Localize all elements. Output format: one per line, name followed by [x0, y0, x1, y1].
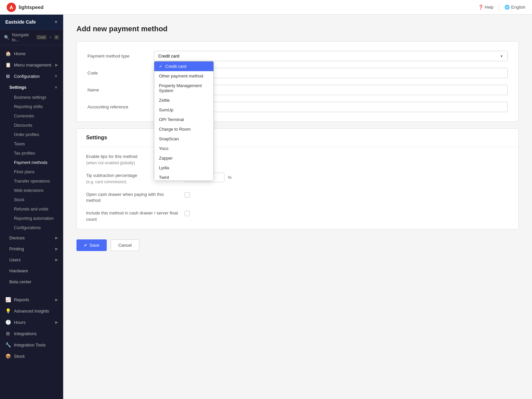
sidebar-item-integration-tools[interactable]: 🔧 Integration Tools — [0, 339, 63, 350]
search-icon: 🔍 — [4, 35, 9, 40]
sidebar-sub-currencies[interactable]: Currencies — [0, 111, 63, 121]
sidebar-item-menu-management[interactable]: 📋 Menu management ▶ — [0, 59, 63, 70]
settings-row-tip-subtraction: Tip subtraction percentage (e.g. card co… — [86, 173, 509, 185]
navigate-search[interactable]: 🔍 Navigate to... Cmd + K — [0, 30, 63, 45]
payment-type-dropdown[interactable]: Credit card ▼ — [154, 51, 508, 61]
sidebar-item-reports[interactable]: 📈 Reports ▶ — [0, 294, 63, 305]
settings-label-cash-drawer: Open cash drawer when paying with this m… — [86, 192, 179, 203]
kbd-key: K — [54, 35, 59, 40]
dropdown-option-opi-terminal[interactable]: OPI Terminal — [154, 115, 213, 124]
sidebar-item-integrations[interactable]: ⊞ Integrations — [0, 328, 63, 339]
form-label-code: Code — [87, 68, 154, 75]
sidebar-sub-configurations[interactable]: Configurations — [0, 223, 63, 232]
svg-point-0 — [7, 3, 16, 12]
sidebar-item-advanced-insights[interactable]: 💡 Advanced insights — [0, 305, 63, 317]
dropdown-chevron-icon: ▼ — [500, 54, 503, 58]
sidebar-sub-business-settings[interactable]: Business settings — [0, 93, 63, 102]
settings-row-cash-drawer: Open cash drawer when paying with this m… — [86, 192, 509, 203]
sidebar-item-hardware[interactable]: Hardware — [0, 265, 63, 276]
sidebar-item-devices[interactable]: Devices ▶ — [0, 232, 63, 243]
sidebar-sub-refunds-voids[interactable]: Refunds and voids — [0, 204, 63, 214]
help-button[interactable]: ❓ Help — [478, 5, 494, 10]
settings-row-float-count: Include this method in cash drawer / ser… — [86, 210, 509, 222]
sidebar-item-settings[interactable]: Settings ▼ — [0, 82, 63, 93]
hours-label: Hours — [14, 320, 26, 325]
save-label: Save — [89, 243, 99, 248]
dropdown-option-charge-to-room[interactable]: Charge to Room — [154, 124, 213, 134]
sidebar-sub-stock[interactable]: Stock — [0, 195, 63, 204]
check-icon: ✓ — [159, 64, 163, 69]
store-name: Eastside Cafe — [5, 19, 36, 25]
stock-label: Stock — [14, 354, 25, 359]
sidebar-sub-tax-profiles[interactable]: Tax profiles — [0, 149, 63, 158]
sidebar-sub-payment-methods[interactable]: Payment methods — [0, 158, 63, 167]
language-icon: 🌐 — [504, 5, 510, 10]
sidebar-item-users[interactable]: Users ▶ — [0, 254, 63, 265]
payment-type-dropdown-menu: ✓ Credit card Other payment method Prope… — [154, 61, 214, 181]
sidebar-sub-order-profiles[interactable]: Order profiles — [0, 130, 63, 139]
sidebar-sub-floor-plans[interactable]: Floor plans — [0, 167, 63, 177]
sidebar-sub-taxes[interactable]: Taxes — [0, 139, 63, 149]
users-label: Users — [9, 257, 21, 262]
sidebar-sub-transfer-operations[interactable]: Transfer operations — [0, 177, 63, 186]
dropdown-option-twint[interactable]: Twint — [154, 173, 213, 181]
hours-icon: 🕐 — [5, 320, 11, 325]
sidebar-item-hours[interactable]: 🕐 Hours ▶ — [0, 317, 63, 328]
dropdown-option-zapper[interactable]: Zapper — [154, 153, 213, 163]
sidebar-item-printing[interactable]: Printing ▶ — [0, 243, 63, 254]
dropdown-option-snapscan[interactable]: SnapScan — [154, 134, 213, 144]
dropdown-option-lydia[interactable]: Lydia — [154, 163, 213, 173]
integrations-label: Integrations — [14, 331, 37, 336]
sidebar-item-stock[interactable]: 📦 Stock — [0, 350, 63, 362]
cancel-button[interactable]: Cancel — [111, 239, 139, 251]
sidebar-sub-reporting-shifts[interactable]: Reporting shifts — [0, 102, 63, 111]
kbd-separator: + — [49, 35, 51, 39]
brand-name: lightspeed — [19, 4, 44, 10]
form-label-accounting: Accounting reference — [87, 102, 154, 109]
menu-icon: 📋 — [5, 62, 11, 67]
app-layout: Eastside Cafe ▼ 🔍 Navigate to... Cmd + K… — [0, 15, 532, 399]
reports-expand-icon: ▶ — [55, 298, 58, 302]
devices-label: Devices — [9, 235, 25, 240]
dropdown-option-sumup[interactable]: SumUp — [154, 105, 213, 115]
menu-expand-icon: ▶ — [55, 63, 58, 67]
store-selector[interactable]: Eastside Cafe ▼ — [0, 15, 63, 30]
navigate-label: Navigate to... — [12, 32, 34, 42]
sidebar-item-configuration[interactable]: ⊞ Configuration ▼ — [0, 70, 63, 82]
topbar-divider — [499, 4, 499, 11]
dropdown-option-pms[interactable]: Property Management System — [154, 81, 213, 95]
sidebar-item-beta-center[interactable]: Beta center — [0, 276, 63, 287]
form-row-code: Code — [87, 68, 508, 78]
sidebar-item-home[interactable]: 🏠 Home — [0, 48, 63, 59]
open-cash-drawer-checkbox[interactable] — [185, 192, 190, 198]
save-button[interactable]: ✔ Save — [76, 239, 107, 251]
dropdown-option-yoco[interactable]: Yoco — [154, 144, 213, 153]
payment-type-dropdown-wrapper: Credit card ▼ ✓ Credit card Other paymen… — [154, 51, 508, 61]
cash-drawer-checkbox-wrapper — [185, 192, 190, 198]
printing-expand-icon: ▶ — [55, 247, 58, 251]
sidebar-sub-discounts[interactable]: Discounts — [0, 121, 63, 130]
dropdown-option-other-payment[interactable]: Other payment method — [154, 71, 213, 81]
language-button[interactable]: 🌐 English — [504, 5, 525, 10]
dropdown-option-zettle[interactable]: Zettle — [154, 95, 213, 105]
integrations-icon: ⊞ — [5, 331, 11, 336]
sidebar-sub-reporting-automation[interactable]: Reporting automation — [0, 214, 63, 223]
kbd-modifier: Cmd — [36, 35, 47, 40]
users-expand-icon: ▶ — [55, 258, 58, 262]
reports-label: Reports — [14, 297, 29, 302]
form-label-type: Payment method type — [87, 51, 154, 59]
settings-label: Settings — [9, 85, 26, 90]
dropdown-option-credit-card[interactable]: ✓ Credit card — [154, 62, 213, 71]
settings-label-float-count: Include this method in cash drawer / ser… — [86, 210, 179, 222]
sidebar-navigation: 🏠 Home 📋 Menu management ▶ ⊞ Configurati… — [0, 45, 63, 399]
include-float-count-checkbox[interactable] — [185, 211, 190, 216]
form-row-name: Name — [87, 85, 508, 95]
hardware-label: Hardware — [9, 268, 28, 273]
main-content: Add new payment method Payment method ty… — [63, 15, 532, 399]
form-actions: ✔ Save Cancel — [76, 236, 519, 254]
sidebar-label-configuration: Configuration — [14, 74, 40, 79]
insights-icon: 💡 — [5, 308, 11, 314]
home-icon: 🏠 — [5, 51, 11, 56]
settings-card: Settings Enable tips for this method (wh… — [76, 128, 519, 229]
sidebar-sub-web-extensions[interactable]: Web extensions — [0, 186, 63, 195]
